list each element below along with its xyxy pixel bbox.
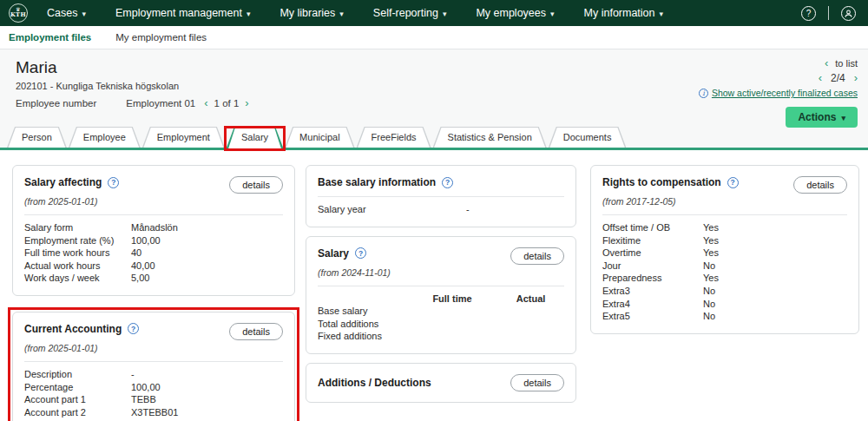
chevron-down-icon: ▾: [660, 10, 664, 18]
chevron-down-icon: ▾: [443, 10, 447, 18]
menu-my-libraries[interactable]: My libraries▾: [279, 7, 343, 19]
show-cases-link[interactable]: Show active/recently finalized cases: [712, 88, 858, 98]
tab-documents[interactable]: Documents: [549, 127, 627, 148]
details-button[interactable]: details: [793, 176, 847, 194]
subnav-employment-files[interactable]: Employment files: [9, 32, 91, 43]
field-row: Offset time / OBYes: [602, 221, 847, 234]
rights-to-compensation-card: Rights to compensation ? details (from 2…: [590, 165, 859, 334]
field-row: JourNo: [602, 260, 847, 273]
column-1: Salary affecting ? details (from 2025-01…: [12, 165, 295, 421]
tab-person[interactable]: Person: [7, 127, 67, 148]
actual-column-header: Actual: [497, 293, 564, 306]
field-row: Description-: [24, 368, 283, 381]
main-menu: Cases▾ Employment management▾ My librari…: [47, 7, 663, 19]
tab-freefields[interactable]: FreeFields: [357, 127, 431, 148]
details-button[interactable]: details: [510, 374, 564, 391]
card-title: Rights to compensation: [602, 176, 721, 188]
card-title: Additions / Deductions: [318, 377, 431, 389]
chevron-right-icon[interactable]: ›: [854, 74, 858, 82]
field-row: Base salary: [318, 305, 564, 318]
valid-from: (from 2017-12-05): [602, 196, 847, 207]
menu-my-information[interactable]: My information▾: [584, 7, 664, 19]
help-icon[interactable]: ?: [108, 177, 119, 188]
chevron-left-icon[interactable]: ‹: [819, 74, 822, 82]
base-salary-information-card: Base salary information ? Salary year-: [306, 165, 576, 227]
tab-municipal[interactable]: Municipal: [285, 127, 354, 148]
field-row: Percentage100,00: [24, 381, 283, 394]
employee-name: Maria: [16, 58, 249, 77]
subnav-my-employment-files[interactable]: My employment files: [115, 32, 207, 43]
chevron-left-icon: ‹: [825, 59, 828, 68]
tab-statistics-pension[interactable]: Statistics & Pension: [433, 127, 547, 148]
divider: [828, 6, 829, 20]
top-navbar: ♛ KTH Cases▾ Employment management▾ My l…: [0, 0, 868, 26]
card-title: Salary affecting: [24, 176, 102, 188]
salary-affecting-card: Salary affecting ? details (from 2025-01…: [12, 165, 295, 296]
employment-label: Employment 01: [126, 98, 195, 109]
case-pager: ‹ 2/4 ›: [819, 72, 858, 84]
additions-deductions-card: Additions / Deductions details: [306, 363, 576, 403]
field-row: Total additions: [318, 318, 564, 331]
field-row: OvertimeYes: [602, 247, 847, 260]
employment-pager-text: 1 of 1: [214, 98, 240, 109]
divider: [318, 196, 564, 197]
kth-logo-icon[interactable]: ♛ KTH: [9, 3, 28, 23]
field-row: Extra5No: [602, 310, 847, 323]
details-button[interactable]: details: [229, 323, 283, 340]
menu-my-employees[interactable]: My employees▾: [476, 7, 554, 19]
employee-org: 202101 - Kungliga Tekniska högskolan: [16, 81, 249, 91]
employment-pager: ‹ 1 of 1 ›: [204, 98, 248, 109]
divider: [24, 214, 283, 215]
card-title: Base salary information: [318, 176, 436, 188]
navbar-right: ?: [801, 6, 856, 21]
field-row: Employment rate (%)100,00: [24, 234, 283, 247]
card-title: Salary: [318, 247, 349, 260]
help-icon[interactable]: ?: [727, 177, 739, 188]
help-icon[interactable]: ?: [801, 6, 816, 21]
to-list-link[interactable]: ‹ to list: [825, 58, 858, 69]
valid-from: (from 2025-01-01): [24, 196, 283, 207]
help-icon[interactable]: ?: [442, 177, 453, 188]
actions-button[interactable]: Actions▾: [786, 107, 858, 128]
help-icon[interactable]: ?: [355, 247, 366, 259]
field-row: Work days / week5,00: [24, 272, 283, 285]
salary-card: Salary ? details (from 2024-11-01) Full …: [306, 236, 576, 354]
chevron-right-icon[interactable]: ›: [245, 99, 248, 108]
tab-bar: Person Employee Employment Salary Munici…: [0, 127, 868, 150]
user-account-icon[interactable]: [841, 6, 856, 21]
logo-text: KTH: [10, 12, 26, 18]
tab-employment[interactable]: Employment: [142, 127, 225, 148]
employee-meta-row: Employee number Employment 01 ‹ 1 of 1 ›: [16, 98, 249, 109]
header-actions: ‹ to list ‹ 2/4 › i Show active/recently…: [699, 58, 858, 127]
field-row: Actual work hours40,00: [24, 260, 283, 273]
tab-salary[interactable]: Salary: [227, 127, 283, 148]
column-header-row: Full time Actual: [318, 293, 564, 306]
employee-summary: Maria 202101 - Kungliga Tekniska högskol…: [16, 58, 249, 127]
column-2: Base salary information ? Salary year- S…: [306, 165, 576, 403]
valid-from: (from 2024-11-01): [318, 267, 564, 278]
field-row: Full time work hours40: [24, 247, 283, 260]
chevron-down-icon: ▾: [339, 10, 344, 18]
details-button[interactable]: details: [510, 247, 564, 265]
field-row: PreparednessYes: [602, 272, 847, 285]
field-row: Fixed additions: [318, 330, 564, 343]
chevron-down-icon: ▾: [247, 10, 251, 18]
menu-self-reporting[interactable]: Self-reporting▾: [373, 7, 447, 19]
current-accounting-card: Current Accounting ? details (from 2025-…: [12, 312, 295, 421]
field-row: Salary year-: [318, 203, 564, 216]
case-pager-text: 2/4: [831, 72, 845, 84]
column-3: Rights to compensation ? details (from 2…: [590, 165, 859, 334]
help-icon[interactable]: ?: [128, 323, 139, 334]
menu-cases[interactable]: Cases▾: [47, 7, 86, 19]
info-icon: i: [699, 89, 708, 98]
field-row: FlexitimeYes: [602, 234, 847, 247]
menu-employment-management[interactable]: Employment management▾: [115, 7, 250, 19]
chevron-down-icon: ▾: [841, 114, 845, 122]
show-cases-row: i Show active/recently finalized cases: [699, 88, 858, 98]
chevron-down-icon: ▾: [550, 10, 555, 18]
tab-employee[interactable]: Employee: [69, 127, 141, 148]
details-button[interactable]: details: [229, 176, 283, 194]
field-row: Salary formMånadslön: [24, 221, 283, 234]
chevron-left-icon[interactable]: ‹: [204, 99, 207, 108]
divider: [602, 214, 847, 215]
